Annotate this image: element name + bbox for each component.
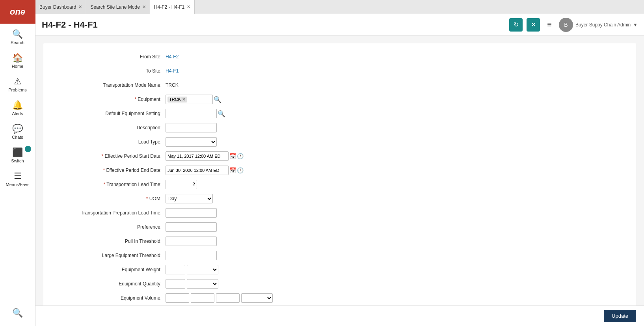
prep-lead-time-input[interactable] [166,208,217,218]
prep-lead-time-row: Transportation Preparation Lead Time: [55,207,624,218]
username-label: Buyer Suppy Chain Admin [575,22,631,28]
equipment-search-button[interactable]: 🔍 [213,96,222,103]
eq-weight-group [166,265,218,274]
effective-end-date-group: 📅 🕐 [166,166,244,175]
sidebar-item-problems[interactable]: ⚠ Problems [0,73,35,96]
pull-in-row: Pull In Threshold: [55,236,624,247]
warning-icon: ⚠ [14,76,22,87]
sidebar-item-switch[interactable]: ⬛ Switch [0,143,35,167]
equipment-tag: TRCK ✕ [168,97,187,102]
large-eq-input[interactable] [166,251,217,260]
default-equipment-label: Default Equipment Setting: [55,111,166,116]
effective-end-row: Effective Period End Date: 📅 🕐 [55,165,624,176]
effective-end-label: Effective Period End Date: [55,168,166,173]
sidebar-item-search[interactable]: 🔍 Search [0,25,35,49]
sidebar-item-alerts[interactable]: 🔔 Alerts [0,96,35,120]
eq-weight-row: Equipment Weight: [55,264,624,275]
lead-time-input[interactable] [166,180,197,189]
tab-close-icon[interactable]: ✕ [78,5,82,9]
to-site-value[interactable]: H4-F1 [166,68,179,74]
load-type-row: Load Type: [55,136,624,147]
from-site-value[interactable]: H4-F2 [166,54,179,60]
close-icon: ✕ [531,21,536,28]
description-row: Description: [55,122,624,133]
home-icon: 🏠 [12,53,23,63]
refresh-button[interactable]: ↻ [509,18,523,32]
effective-start-clock-icon[interactable]: 🕐 [237,153,244,159]
description-input[interactable] [166,123,217,132]
tab-bar: Buyer Dashboard ✕ Search Site Lane Mode … [35,0,644,14]
eq-weight-input[interactable] [166,265,185,274]
tab-h4f2-h4f1[interactable]: H4-F2 - H4-F1 ✕ [150,0,195,14]
update-button[interactable]: Update [604,310,636,322]
sidebar-item-label: Chats [12,135,23,140]
bell-icon: 🔔 [12,100,23,110]
search-icon: 🔍 [12,29,23,39]
default-equipment-search-button[interactable]: 🔍 [217,110,226,117]
app-logo[interactable]: one [0,0,35,24]
tab-label: Search Site Lane Mode [90,4,140,10]
tag-remove-icon[interactable]: ✕ [182,97,186,102]
hamburger-icon: ≡ [547,20,552,29]
to-site-row: To Site: H4-F1 [55,65,624,76]
tab-buyer-dashboard[interactable]: Buyer Dashboard ✕ [35,0,86,14]
uom-select[interactable]: Day [166,194,213,203]
menu-button[interactable]: ≡ [544,19,555,31]
sidebar-bottom: 🔍 [0,304,35,326]
form-panel: From Site: H4-F2 To Site: H4-F1 Transpor… [43,43,636,306]
uom-label: UOM: [55,196,166,201]
lead-time-label: Transportation Lead Time: [55,182,166,187]
from-site-label: From Site: [55,54,166,60]
close-button[interactable]: ✕ [527,18,540,32]
sidebar: one 🔍 Search 🏠 Home ⚠ Problems 🔔 Alerts … [0,0,35,326]
eq-qty-unit-select[interactable] [187,279,218,289]
page-title: H4-F2 - H4-F1 [42,20,505,30]
sidebar-bottom-icon[interactable]: 🔍 [0,304,35,322]
default-equipment-input[interactable] [166,109,217,118]
eq-qty-input[interactable] [166,279,185,289]
page-header: H4-F2 - H4-F1 ↻ ✕ ≡ B Buyer Suppy Chain … [35,14,644,35]
sidebar-item-label: Problems [8,88,26,92]
refresh-icon: ↻ [514,21,519,28]
effective-start-calendar-icon[interactable]: 📅 [229,153,236,159]
eq-qty-label: Equipment Quantity: [55,281,166,287]
header-user: B Buyer Suppy Chain Admin ▼ [559,18,638,32]
prep-lead-time-label: Transportation Preparation Lead Time: [55,210,166,216]
preference-input[interactable] [166,222,217,232]
effective-start-input[interactable] [166,151,229,161]
tab-close-icon[interactable]: ✕ [187,5,190,9]
preference-label: Preference: [55,224,166,230]
user-dropdown-button[interactable]: ▼ [633,22,638,28]
eq-vol-group [166,293,273,303]
pull-in-input[interactable] [166,237,217,246]
eq-vol-input1[interactable] [166,293,189,303]
sidebar-item-label: Menus/Favs [6,182,30,187]
switch-badge [25,146,31,152]
equipment-tag-input[interactable]: TRCK ✕ [166,95,213,104]
eq-vol-row: Equipment Volume: [55,292,624,304]
eq-weight-unit-select[interactable] [187,265,218,274]
chat-icon: 💬 [12,124,23,134]
footer: Update [35,306,644,326]
sidebar-item-menus[interactable]: ☰ Menus/Favs [0,167,35,191]
description-label: Description: [55,125,166,130]
effective-end-clock-icon[interactable]: 🕐 [237,167,244,173]
uom-row: UOM: Day [55,193,624,204]
equipment-row: Equipment: TRCK ✕ 🔍 [55,94,624,105]
tab-close-icon[interactable]: ✕ [142,5,146,9]
sidebar-item-home[interactable]: 🏠 Home [0,49,35,73]
sidebar-item-chats[interactable]: 💬 Chats [0,120,35,143]
load-type-select[interactable] [166,137,217,147]
eq-vol-input2[interactable] [191,293,214,303]
help-icon: 🔍 [12,308,23,318]
eq-vol-unit-select[interactable] [241,293,273,303]
tab-search-site-lane[interactable]: Search Site Lane Mode ✕ [86,0,150,14]
eq-vol-input3[interactable] [216,293,240,303]
sidebar-item-label: Alerts [12,111,23,116]
avatar: B [559,18,573,32]
load-type-label: Load Type: [55,139,166,145]
lead-time-row: Transportation Lead Time: [55,179,624,190]
large-eq-label: Large Equipment Threshold: [55,253,166,258]
effective-end-input[interactable] [166,166,229,175]
effective-end-calendar-icon[interactable]: 📅 [229,167,236,173]
